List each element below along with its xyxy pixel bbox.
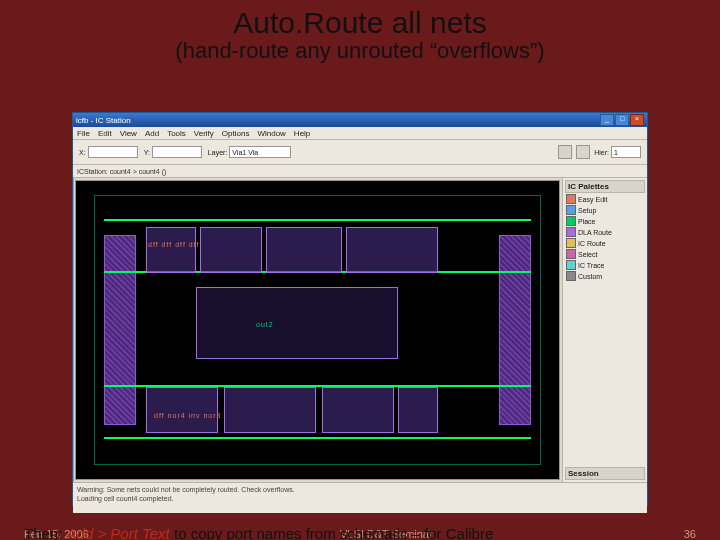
window-titlebar[interactable]: icfb - IC Station _ □ × [73, 113, 647, 127]
window-title: icfb - IC Station [76, 116, 600, 125]
cell-label-bottom: dff nor4 inv nor3 [154, 412, 221, 419]
minimize-button[interactable]: _ [600, 114, 614, 126]
layer-field: Layer:Via1 Via [208, 146, 291, 158]
cell-label-top: dff dff dff dff [148, 241, 199, 248]
palette-row[interactable]: Easy Edit [565, 194, 645, 204]
palette-row[interactable]: IC Route [565, 238, 645, 248]
layer-select[interactable]: Via1 Via [229, 146, 291, 158]
log-panel: Warning: Some nets could not be complete… [73, 482, 647, 513]
tool-icon-1[interactable] [558, 145, 572, 159]
layout-canvas[interactable]: dff dff dff dff dff nor4 inv nor3 out2 [75, 180, 560, 480]
net-label: out2 [256, 321, 274, 328]
y-field: Y: [144, 146, 202, 158]
menu-verify[interactable]: Verify [194, 129, 214, 138]
cell-path-bar: ICStation: count4 > count4 () [73, 165, 647, 178]
menu-help[interactable]: Help [294, 129, 310, 138]
palette-footer: Session [565, 467, 645, 480]
palette-header: IC Palettes [565, 180, 645, 193]
menu-options[interactable]: Options [222, 129, 250, 138]
menu-file[interactable]: File [77, 129, 90, 138]
slide-subtitle: (hand-route any unrouted “overflows”) [0, 38, 720, 64]
menu-edit[interactable]: Edit [98, 129, 112, 138]
palette-row[interactable]: IC Trace [565, 260, 645, 270]
menu-bar: File Edit View Add Tools Verify Options … [73, 127, 647, 140]
x-field: X: [79, 146, 138, 158]
close-button[interactable]: × [630, 114, 644, 126]
slide-title: Auto.Route all nets [0, 6, 720, 40]
palette-row[interactable]: Place [565, 216, 645, 226]
hier-input[interactable]: 1 [611, 146, 641, 158]
toolbar: X: Y: Layer:Via1 Via Hier:1 [73, 140, 647, 165]
slide-note: Then: Add > Port Text to copy port names… [24, 525, 493, 540]
footer-page: 36 [684, 528, 696, 540]
tool-icon-2[interactable] [576, 145, 590, 159]
x-input[interactable] [88, 146, 138, 158]
palette-row[interactable]: DLA Route [565, 227, 645, 237]
menu-add[interactable]: Add [145, 129, 159, 138]
app-window: icfb - IC Station _ □ × File Edit View A… [72, 112, 648, 506]
palette-panel: IC Palettes Easy Edit Setup Place DLA Ro… [562, 178, 647, 482]
palette-row[interactable]: Custom [565, 271, 645, 281]
menu-view[interactable]: View [120, 129, 137, 138]
palette-row[interactable]: Select [565, 249, 645, 259]
maximize-button[interactable]: □ [615, 114, 629, 126]
palette-row[interactable]: Setup [565, 205, 645, 215]
menu-window[interactable]: Window [257, 129, 285, 138]
y-input[interactable] [152, 146, 202, 158]
menu-tools[interactable]: Tools [167, 129, 186, 138]
